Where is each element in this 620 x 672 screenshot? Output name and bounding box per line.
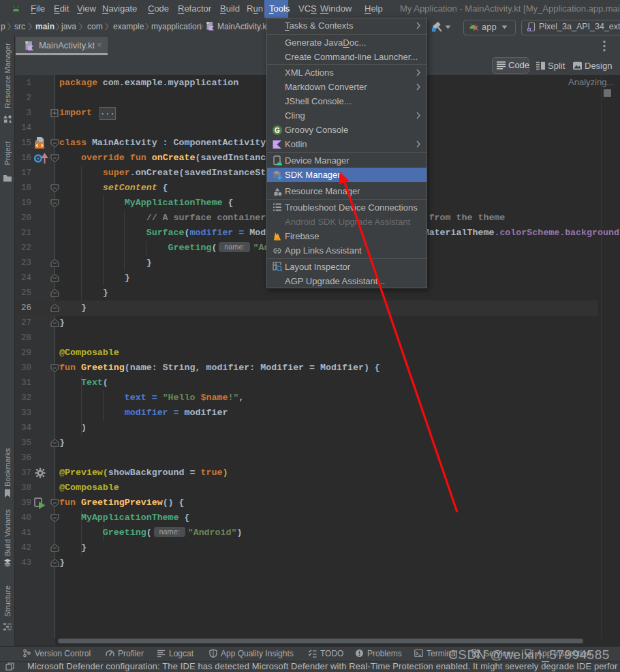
svg-text:G: G <box>275 126 280 134</box>
